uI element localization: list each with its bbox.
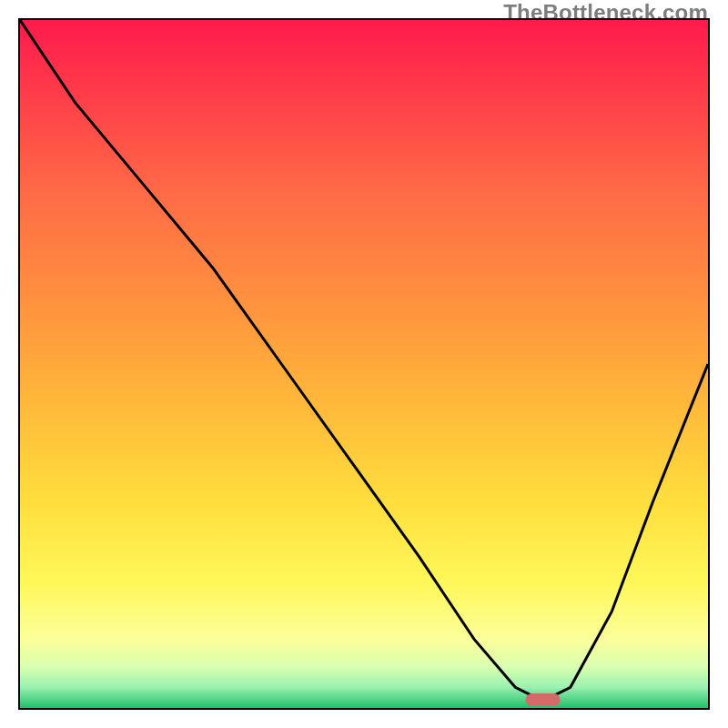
plot-svg — [20, 20, 708, 708]
plot-frame — [18, 18, 710, 710]
chart-stage: TheBottleneck.com — [0, 0, 728, 728]
optimal-marker — [526, 693, 561, 706]
heat-gradient — [20, 20, 708, 708]
